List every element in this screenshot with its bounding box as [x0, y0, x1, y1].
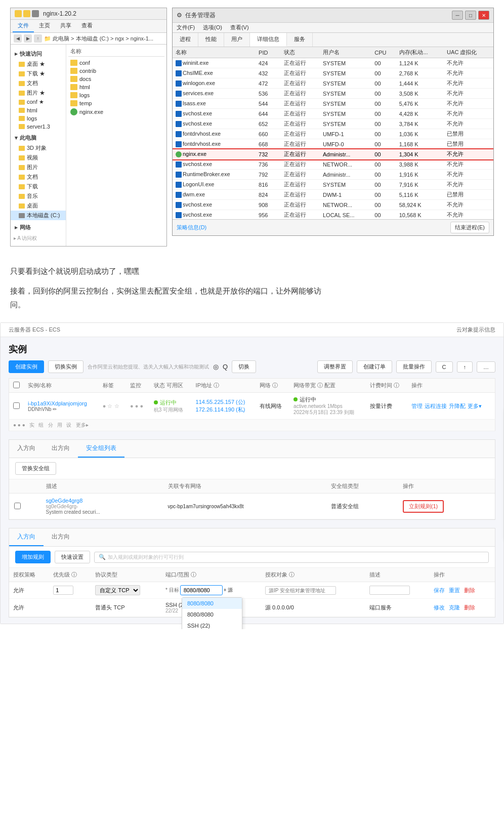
fe-file-nginxexe[interactable]: nginx.exe: [68, 107, 164, 116]
switch-instance-btn[interactable]: 切换实例: [48, 360, 83, 373]
select-all-checkbox[interactable]: [13, 382, 20, 388]
table-row[interactable]: dwm.exe824正在运行DWM-1005,116 K已禁用: [173, 190, 493, 200]
batch-ops-btn[interactable]: 批量操作: [396, 360, 432, 373]
table-row[interactable]: fontdrvhost.exe660正在运行UMFD-1001,036 K已禁用: [173, 129, 493, 139]
vpc-id[interactable]: vpc-bp1am7ursingroow5ah43kx8t: [168, 504, 244, 509]
refresh-btn[interactable]: C: [436, 361, 453, 373]
delete-link-2[interactable]: 删除: [464, 604, 475, 611]
fe-item-hdd[interactable]: 本地磁盘 (C:): [11, 211, 66, 220]
table-row[interactable]: lsass.exe544正在运行SYSTEM005,476 K不允许: [173, 99, 493, 109]
port-option-1[interactable]: 8080/8080: [182, 598, 242, 609]
th-tags[interactable]: 标签: [99, 379, 126, 393]
table-row[interactable]: LogonUI.exe816正在运行SYSTEM007,916 K不允许: [173, 180, 493, 190]
th-mem[interactable]: 内存(私动...: [396, 47, 444, 58]
upgrade-link[interactable]: 升降配: [449, 402, 466, 410]
fe-item-documents[interactable]: 文档: [11, 172, 66, 182]
table-row[interactable]: svchost.exe956正在运行LOCAL SE...0010,568 K不…: [173, 210, 493, 220]
table-row[interactable]: RuntimeBroker.exe792正在运行Administr...001,…: [173, 170, 493, 180]
fe-file-contrib[interactable]: contrib: [68, 67, 164, 75]
port-input-container[interactable]: [180, 585, 223, 595]
th-sg-action[interactable]: 操作: [398, 479, 495, 494]
th-ip[interactable]: IP地址 ⓘ: [192, 379, 256, 393]
table-row[interactable]: fontdrvhost.exe668正在运行UMFD-0001,168 K已禁用: [173, 139, 493, 149]
tm-tab-perf[interactable]: 性能: [198, 33, 224, 47]
tm-tab-users[interactable]: 用户: [224, 33, 250, 47]
fe-item-conf[interactable]: conf ★: [11, 98, 66, 106]
tm-menu-options[interactable]: 选项(O): [203, 24, 222, 31]
rule-search[interactable]: 🔍 加入规则或规则对象的行可可行到: [94, 552, 489, 563]
fe-network-header[interactable]: ▸ 网络: [11, 222, 66, 233]
th-instance-name[interactable]: 实例/名称: [24, 379, 99, 393]
fe-item-pics[interactable]: 图片: [11, 162, 66, 172]
table-row[interactable]: wininit.exe424正在运行SYSTEM001,124 K不允许: [173, 58, 493, 68]
io-tab-inbound[interactable]: 入方向: [9, 528, 44, 546]
tm-close-btn[interactable]: ✕: [478, 11, 489, 20]
tm-footer-policy[interactable]: 策略信息(D): [177, 224, 206, 231]
sg-tab-outbound[interactable]: 出方向: [44, 440, 78, 458]
fe-item-logs[interactable]: logs: [11, 114, 66, 122]
add-rule-btn[interactable]: 增加规则: [15, 551, 51, 563]
switch-btn[interactable]: 切换: [232, 360, 256, 373]
fe-item-downloads[interactable]: 下载 ★: [11, 69, 66, 78]
priority-input-1[interactable]: [53, 586, 73, 595]
fe-file-html[interactable]: html: [68, 83, 164, 91]
fe-file-docs[interactable]: docs: [68, 75, 164, 83]
sg-rules-btn[interactable]: 立刻规则(1): [403, 500, 444, 513]
fe-thispc-header[interactable]: ▾ 此电脑: [11, 133, 66, 143]
tm-menu-view[interactable]: 查看(V): [230, 24, 249, 31]
fe-tab-view[interactable]: 查看: [76, 20, 98, 32]
port-option-2[interactable]: 8080/8080: [182, 609, 242, 620]
fe-item-videos[interactable]: 视频: [11, 153, 66, 162]
tm-tab-services[interactable]: 服务: [287, 33, 313, 47]
more-btn[interactable]: …: [477, 361, 495, 373]
sg-id-link[interactable]: sg0eGde4grg8: [46, 498, 158, 504]
fe-tab-home[interactable]: 主页: [34, 20, 55, 32]
fe-item-server[interactable]: server1.3: [11, 122, 66, 131]
delete-link-1[interactable]: 删除: [464, 587, 475, 594]
quick-add-btn[interactable]: 快速设置: [55, 551, 90, 563]
table-row[interactable]: winlogon.exe472正在运行SYSTEM001,444 K不允许: [173, 78, 493, 89]
tm-tab-process[interactable]: 进程: [173, 33, 198, 47]
table-row[interactable]: svchost.exe652正在运行SYSTEM003,784 K不允许: [173, 119, 493, 129]
fe-item-desktop[interactable]: 桌面 ★: [11, 59, 66, 69]
table-row[interactable]: svchost.exe908正在运行NETWOR...0058,924 K不允许: [173, 200, 493, 210]
th-sg-type[interactable]: 安全组类型: [326, 479, 398, 494]
th-port[interactable]: 端口/范围 ⓘ: [161, 568, 261, 582]
th-uac[interactable]: UAC 虚拟化: [444, 47, 493, 58]
fe-file-temp[interactable]: temp: [68, 99, 164, 107]
protocol-select-1[interactable]: 自定义 TCP: [95, 585, 140, 595]
instance-id[interactable]: i-bp1a9XiXdplanjomjorg: [28, 400, 95, 406]
th-billing[interactable]: 计费时间 ⓘ: [366, 379, 407, 393]
fe-item-dsk[interactable]: 桌面: [11, 201, 66, 211]
replace-sg-btn[interactable]: 管换安全组: [15, 462, 56, 475]
th-protocol[interactable]: 协议类型: [91, 568, 161, 582]
th-cpu[interactable]: CPU: [371, 47, 396, 58]
fe-item-dl[interactable]: 下载: [11, 182, 66, 191]
table-row[interactable]: ChsIME.exe432正在运行SYSTEM002,768 K不允许: [173, 68, 493, 78]
th-monitor[interactable]: 监控: [126, 379, 150, 393]
reset-link-1[interactable]: 重置: [449, 587, 460, 594]
table-row[interactable]: services.exe536正在运行SYSTEM003,508 K不允许: [173, 89, 493, 99]
fe-file-conf[interactable]: conf: [68, 59, 164, 67]
upload-btn[interactable]: ↑: [457, 361, 473, 373]
tm-menu-file[interactable]: 文件(F): [177, 24, 195, 31]
port-input-1[interactable]: [184, 587, 219, 593]
th-policy[interactable]: 授权策略: [9, 568, 49, 582]
tm-tab-details[interactable]: 详细信息: [250, 33, 287, 47]
tm-end-process-btn[interactable]: 结束进程(E): [450, 222, 489, 233]
th-desc[interactable]: 描述: [365, 568, 430, 582]
th-auth-obj[interactable]: 授权对象 ⓘ: [261, 568, 365, 582]
th-ops[interactable]: 操作: [430, 568, 495, 582]
table-row[interactable]: svchost.exe644正在运行SYSTEM004,428 K不允许: [173, 109, 493, 119]
save-link-1[interactable]: 保存: [434, 587, 445, 594]
create-order-btn[interactable]: 创建订单: [357, 360, 392, 373]
tm-maximize-btn[interactable]: □: [465, 11, 476, 20]
fe-file-logs[interactable]: logs: [68, 91, 164, 99]
desc-input-1[interactable]: [369, 586, 410, 595]
fe-forward-btn[interactable]: ▶: [24, 34, 32, 43]
table-row[interactable]: svchost.exe736正在运行NETWOR...003,988 K不允许: [173, 159, 493, 170]
adjust-btn[interactable]: 调整界置: [317, 360, 353, 373]
fe-back-btn[interactable]: ◀: [14, 34, 22, 43]
sg-tab-inbound[interactable]: 入方向: [9, 440, 44, 458]
fe-tab-file[interactable]: 文件: [13, 20, 34, 32]
